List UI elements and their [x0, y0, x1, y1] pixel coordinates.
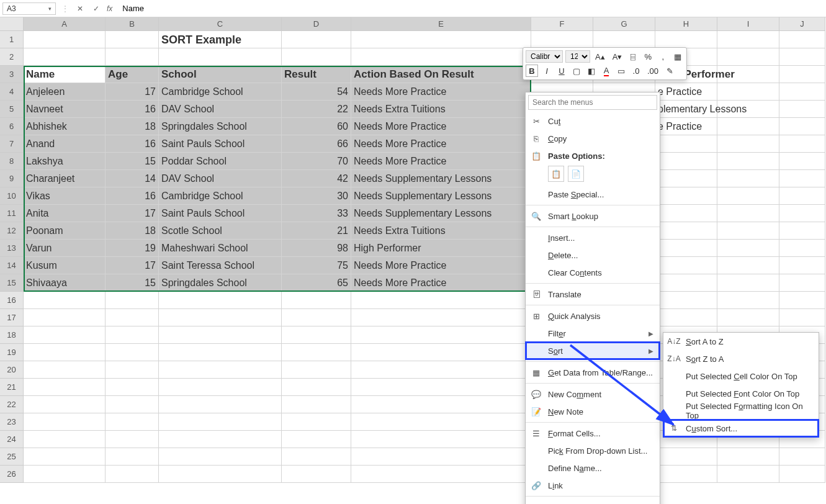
- cell[interactable]: [105, 31, 159, 48]
- menu-cut[interactable]: ✂Cut: [526, 112, 660, 130]
- menu-define-name[interactable]: Define Name...: [526, 459, 660, 477]
- cell[interactable]: 17: [105, 205, 159, 222]
- cell[interactable]: [779, 309, 825, 326]
- cell[interactable]: [159, 361, 282, 379]
- cell[interactable]: Navneet: [24, 101, 105, 118]
- cell[interactable]: [779, 66, 825, 83]
- cell[interactable]: [655, 31, 717, 48]
- row-header[interactable]: 22: [0, 396, 24, 413]
- cell[interactable]: [282, 31, 351, 48]
- menu-search[interactable]: [528, 95, 657, 110]
- cell[interactable]: SORT Example: [159, 31, 282, 48]
- borders-icon[interactable]: ▢: [570, 65, 583, 77]
- row-header[interactable]: 9: [0, 170, 24, 187]
- cell[interactable]: [105, 326, 159, 344]
- cell[interactable]: 98: [282, 240, 351, 257]
- menu-paste-special[interactable]: Paste Special...: [526, 186, 660, 203]
- row-header[interactable]: 16: [0, 292, 24, 309]
- cell[interactable]: [351, 309, 531, 326]
- cell[interactable]: Needs Extra Tuitions: [351, 222, 531, 240]
- cell[interactable]: 42: [282, 170, 351, 187]
- cell[interactable]: [531, 31, 593, 48]
- bold-icon[interactable]: B: [526, 65, 538, 77]
- cell[interactable]: [655, 187, 717, 205]
- cell[interactable]: [282, 326, 351, 344]
- cell[interactable]: [282, 379, 351, 396]
- col-header[interactable]: E: [351, 17, 531, 31]
- cell[interactable]: Anand: [24, 135, 105, 153]
- format-painter-icon[interactable]: ✎: [663, 65, 676, 77]
- row-header[interactable]: 15: [0, 274, 24, 292]
- decrease-decimal-icon[interactable]: .0: [630, 65, 642, 77]
- cell[interactable]: 16: [105, 187, 159, 205]
- select-all-corner[interactable]: [0, 17, 24, 31]
- menu-insert[interactable]: Insert...: [526, 229, 660, 246]
- cell[interactable]: [655, 274, 717, 292]
- comma-icon[interactable]: ,: [657, 50, 669, 63]
- percent-icon[interactable]: %: [642, 50, 654, 63]
- row-header[interactable]: 18: [0, 326, 24, 344]
- row-header[interactable]: 1: [0, 31, 24, 48]
- font-color-icon[interactable]: A: [600, 65, 613, 77]
- col-header[interactable]: I: [717, 17, 779, 31]
- cell[interactable]: [779, 170, 825, 187]
- cell[interactable]: [105, 344, 159, 361]
- row-header[interactable]: 24: [0, 431, 24, 448]
- cell[interactable]: [282, 309, 351, 326]
- cell[interactable]: [105, 448, 159, 466]
- cell[interactable]: [655, 292, 717, 309]
- cell[interactable]: [717, 205, 779, 222]
- row-header[interactable]: 5: [0, 101, 24, 118]
- row-header[interactable]: 11: [0, 205, 24, 222]
- cell[interactable]: [655, 205, 717, 222]
- cell[interactable]: 75: [282, 257, 351, 274]
- cell[interactable]: Needs Supplementary Lessons: [351, 187, 531, 205]
- cell[interactable]: [282, 292, 351, 309]
- cell[interactable]: [779, 240, 825, 257]
- row-header[interactable]: 14: [0, 257, 24, 274]
- cell[interactable]: [779, 274, 825, 292]
- cell[interactable]: 17: [105, 83, 159, 101]
- cell[interactable]: [717, 31, 779, 48]
- cell[interactable]: Anita: [24, 205, 105, 222]
- cell[interactable]: [779, 83, 825, 101]
- cell[interactable]: [105, 431, 159, 448]
- cell[interactable]: [105, 413, 159, 431]
- cell[interactable]: Needs Supplementary Lessons: [351, 205, 531, 222]
- menu-smart-lookup[interactable]: 🔍Smart Lookup: [526, 207, 660, 225]
- cell[interactable]: e Practice: [655, 83, 717, 101]
- cell[interactable]: [105, 292, 159, 309]
- cell[interactable]: [655, 240, 717, 257]
- cell[interactable]: [717, 257, 779, 274]
- cell[interactable]: 17: [105, 257, 159, 274]
- cell[interactable]: [159, 326, 282, 344]
- cell[interactable]: [779, 48, 825, 66]
- cell[interactable]: Scotle School: [159, 222, 282, 240]
- increase-font-icon[interactable]: A▴: [593, 50, 608, 63]
- col-header[interactable]: J: [779, 17, 825, 31]
- size-select[interactable]: 12: [565, 50, 590, 63]
- cell[interactable]: [24, 379, 105, 396]
- menu-translate[interactable]: 🈂Translate: [526, 286, 660, 303]
- submenu-custom-sort[interactable]: ⇅Custom Sort...: [663, 420, 819, 437]
- row-header[interactable]: 25: [0, 448, 24, 466]
- paste-icon[interactable]: 📋: [548, 166, 564, 182]
- cell[interactable]: [282, 431, 351, 448]
- cell[interactable]: [717, 292, 779, 309]
- cell[interactable]: [24, 361, 105, 379]
- cell[interactable]: [655, 466, 717, 483]
- cell[interactable]: Saint Pauls School: [159, 205, 282, 222]
- cell[interactable]: Cambridge School: [159, 187, 282, 205]
- cell[interactable]: Needs More Practice: [351, 118, 531, 135]
- cell[interactable]: Cambridge School: [159, 83, 282, 101]
- row-header[interactable]: 10: [0, 187, 24, 205]
- cell[interactable]: DAV School: [159, 170, 282, 187]
- cell[interactable]: Action Based On Result: [351, 66, 531, 83]
- row-header[interactable]: 19: [0, 344, 24, 361]
- menu-get-data[interactable]: ▦Get Data from Table/Range...: [526, 364, 660, 381]
- cell[interactable]: [351, 361, 531, 379]
- cell[interactable]: [779, 205, 825, 222]
- submenu-cell-color-top[interactable]: Put Selected Cell Color On Top: [663, 367, 819, 385]
- cell[interactable]: Needs More Practice: [351, 153, 531, 170]
- cell[interactable]: [159, 379, 282, 396]
